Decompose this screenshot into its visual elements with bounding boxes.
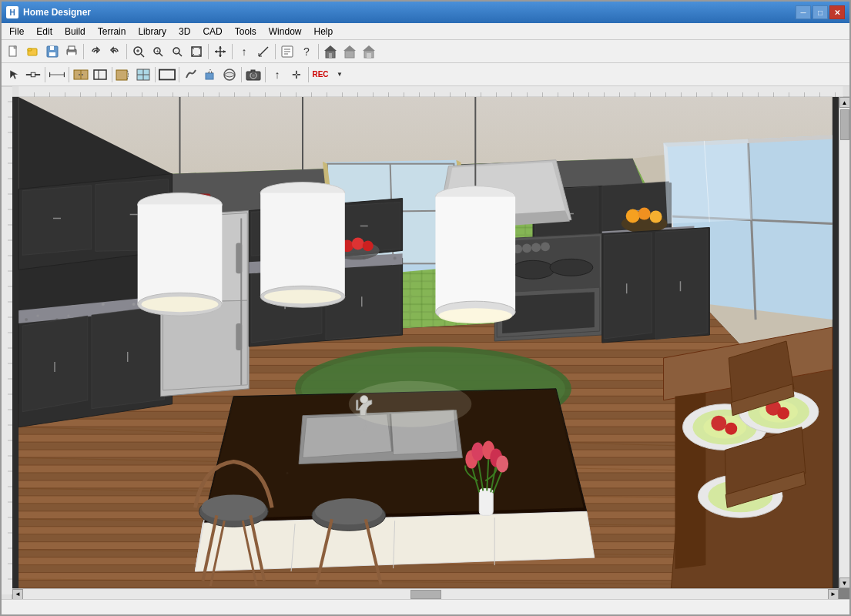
zoom-in-button[interactable]: + — [149, 42, 167, 61]
menu-cad[interactable]: CAD — [196, 23, 228, 39]
up-arrow-button[interactable]: ↑ — [235, 42, 253, 61]
svg-line-30 — [259, 47, 268, 56]
select-tool-button[interactable] — [5, 65, 23, 84]
svg-rect-328 — [260, 193, 345, 297]
scroll-track-bottom[interactable] — [23, 589, 828, 599]
svg-marker-42 — [363, 45, 375, 51]
separator-6 — [318, 44, 319, 59]
window-controls: ─ □ ✕ — [796, 5, 845, 19]
svg-point-246 — [550, 259, 593, 276]
floor-plan-button[interactable] — [91, 65, 109, 84]
record-dropdown-button[interactable]: ▼ — [330, 65, 349, 84]
svg-point-250 — [531, 243, 541, 252]
terrain-brush-button[interactable] — [182, 65, 200, 84]
kitchen-3d-view[interactable] — [12, 97, 839, 588]
scroll-down-arrow[interactable]: ▼ — [839, 578, 850, 588]
zoom-window-button[interactable] — [129, 42, 148, 61]
scroll-left-arrow[interactable]: ◄ — [12, 589, 23, 600]
svg-point-256 — [626, 209, 640, 223]
undo-button[interactable] — [86, 42, 105, 61]
scroll-thumb-bottom[interactable] — [410, 590, 441, 599]
svg-point-258 — [650, 211, 662, 223]
fit-page-button[interactable] — [187, 42, 206, 61]
svg-marker-37 — [324, 45, 337, 51]
paint-button[interactable] — [201, 65, 219, 84]
canvas-area[interactable] — [12, 97, 839, 588]
close-button[interactable]: ✕ — [829, 5, 845, 19]
scroll-track-right[interactable] — [839, 108, 849, 578]
print-button[interactable] — [62, 42, 81, 61]
menu-terrain[interactable]: Terrain — [92, 23, 132, 39]
svg-line-10 — [141, 54, 144, 57]
new-button[interactable] — [5, 42, 23, 61]
svg-point-330 — [264, 290, 341, 303]
svg-rect-323 — [138, 205, 223, 305]
measure-button[interactable] — [254, 42, 273, 61]
record-button[interactable]: REC — [311, 65, 330, 84]
scroll-up-arrow[interactable]: ▲ — [839, 97, 850, 108]
svg-point-288 — [471, 443, 484, 461]
redo-button[interactable] — [106, 42, 124, 61]
house-view-button[interactable] — [321, 42, 340, 61]
toolbar-1: + - ↑ ? — [2, 40, 849, 63]
up-arrow-tool-button[interactable]: ↑ — [268, 65, 286, 84]
zoom-out-button[interactable]: - — [168, 42, 186, 61]
svg-point-299 — [315, 498, 383, 524]
menu-tools[interactable]: Tools — [229, 23, 263, 39]
toolbar-2: ↑ ✛ REC ▼ — [2, 63, 849, 86]
svg-marker-260 — [605, 233, 652, 339]
svg-rect-104 — [19, 86, 843, 97]
app-icon: H — [6, 6, 18, 18]
menu-3d[interactable]: 3D — [173, 23, 196, 39]
checklist-button[interactable] — [278, 42, 297, 61]
ruler-left — [2, 86, 12, 599]
svg-rect-62 — [159, 69, 175, 79]
svg-point-314 — [777, 407, 789, 420]
scrollbar-right[interactable]: ▲ ▼ — [839, 97, 849, 588]
svg-rect-41 — [345, 51, 354, 58]
transform-button[interactable]: ✛ — [287, 65, 306, 84]
svg-point-325 — [142, 296, 219, 312]
svg-rect-333 — [435, 197, 515, 313]
scroll-right-arrow[interactable]: ► — [828, 589, 839, 600]
separator-2 — [126, 44, 127, 59]
house3-view-button[interactable] — [360, 42, 378, 61]
wall-segment-button[interactable] — [24, 65, 42, 84]
svg-line-14 — [159, 53, 162, 56]
room-button[interactable] — [158, 65, 176, 84]
help-button[interactable]: ? — [297, 42, 316, 61]
menu-build[interactable]: Build — [59, 23, 92, 39]
cabinet-button[interactable] — [72, 65, 90, 84]
main-window: H Home Designer ─ □ ✕ File Edit Build Te… — [0, 0, 851, 616]
maximize-button[interactable]: □ — [812, 5, 828, 19]
house2-view-button[interactable] — [340, 42, 359, 61]
menu-window[interactable]: Window — [263, 23, 308, 39]
scrollbar-bottom[interactable]: ◄ ► — [12, 588, 839, 599]
scroll-thumb-right[interactable] — [840, 109, 849, 140]
menu-file[interactable]: File — [3, 23, 30, 39]
separator-t2-4 — [155, 67, 156, 82]
save-button[interactable] — [43, 42, 62, 61]
svg-rect-58 — [116, 70, 127, 80]
svg-point-241 — [352, 237, 364, 249]
door-button[interactable] — [115, 65, 133, 84]
menu-edit[interactable]: Edit — [30, 23, 59, 39]
open-button[interactable] — [24, 42, 42, 61]
svg-text:-: - — [175, 48, 177, 55]
svg-rect-56 — [94, 70, 106, 79]
svg-point-55 — [82, 74, 83, 75]
window-button[interactable] — [134, 65, 152, 84]
minimize-button[interactable]: ─ — [796, 5, 811, 19]
menu-help[interactable]: Help — [307, 23, 339, 39]
separator-t2-6 — [241, 67, 242, 82]
svg-marker-200 — [22, 186, 92, 256]
title-bar: H Home Designer ─ □ ✕ — [2, 2, 849, 23]
svg-point-308 — [711, 416, 726, 431]
svg-point-249 — [522, 243, 531, 253]
texture-button[interactable] — [220, 65, 239, 84]
camera-button[interactable] — [244, 65, 263, 84]
menu-library[interactable]: Library — [132, 23, 173, 39]
dimension-button[interactable] — [48, 65, 66, 84]
pan-tool-button[interactable] — [211, 42, 230, 61]
ruler-top — [12, 86, 849, 97]
